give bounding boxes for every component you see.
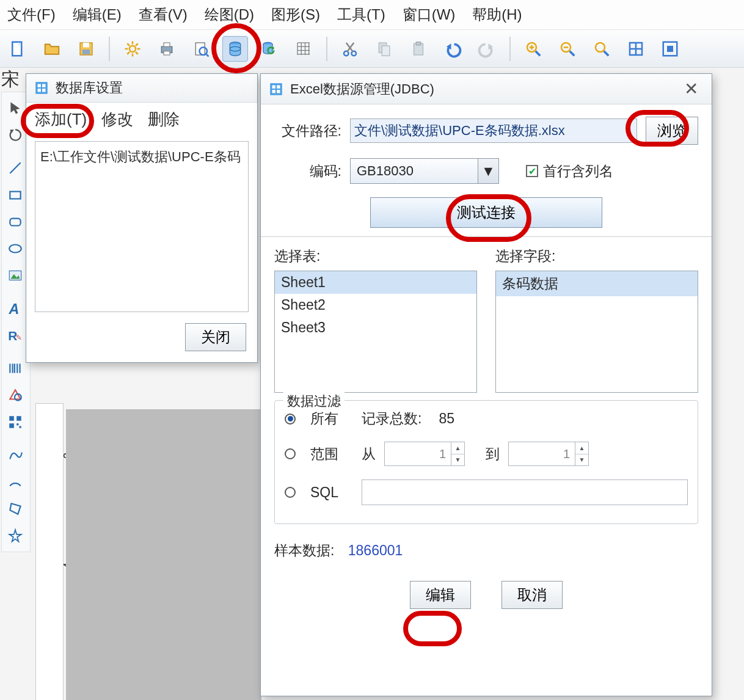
label-header-row: 首行含列名 (543, 162, 613, 181)
svg-rect-55 (667, 46, 673, 52)
shape-tool-icon[interactable] (3, 383, 27, 407)
browse-button[interactable]: 浏览 (646, 117, 698, 145)
list-item[interactable]: Sheet1 (275, 271, 476, 294)
list-item[interactable]: 条码数据 (496, 271, 698, 296)
richtext-tool-icon[interactable]: R✎ (3, 323, 27, 348)
group-title: 数据过滤 (283, 392, 345, 410)
redo-icon[interactable] (474, 36, 500, 62)
line-tool-icon[interactable] (3, 156, 27, 180)
svg-line-12 (127, 52, 129, 54)
new-file-icon[interactable] (5, 36, 31, 62)
svg-rect-3 (83, 43, 89, 48)
tables-list[interactable]: Sheet1 Sheet2 Sheet3 (274, 271, 477, 393)
svg-rect-86 (270, 83, 282, 95)
zoom-in-icon[interactable] (520, 36, 546, 62)
tab-add[interactable]: 添加(T) (35, 109, 87, 130)
close-button[interactable]: 关闭 (185, 323, 246, 351)
label-from: 从 (362, 445, 376, 464)
arc-tool-icon[interactable] (3, 470, 27, 494)
canvas-area[interactable] (66, 409, 261, 700)
cut-icon[interactable] (337, 36, 363, 62)
label-sql: SQL (310, 484, 353, 501)
tab-delete[interactable]: 删除 (148, 109, 180, 130)
radio-range[interactable] (285, 448, 296, 459)
vertical-ruler: 3 4 (35, 403, 64, 700)
label-range: 范围 (310, 445, 353, 464)
menu-shape[interactable]: 图形(S) (271, 5, 320, 24)
save-icon[interactable] (73, 36, 99, 62)
font-name-display[interactable]: 宋 (1, 67, 20, 92)
label-encoding: 编码: (274, 162, 341, 181)
menu-edit[interactable]: 编辑(E) (73, 5, 122, 24)
radio-all[interactable] (285, 414, 296, 425)
edit-button[interactable]: 编辑 (410, 581, 471, 609)
svg-rect-83 (42, 84, 45, 87)
grid-icon[interactable] (291, 36, 316, 62)
dialog-titlebar[interactable]: Excel数据源管理(JDBC) ✕ (261, 74, 712, 104)
header-row-checkbox[interactable]: ✔ (526, 165, 538, 177)
fit-selection-icon[interactable] (657, 36, 683, 62)
svg-line-13 (136, 43, 138, 46)
svg-rect-60 (10, 219, 20, 226)
rounded-rect-tool-icon[interactable] (3, 210, 27, 234)
list-item[interactable]: Sheet2 (275, 294, 476, 316)
dialog-title: Excel数据源管理(JDBC) (290, 80, 434, 98)
menu-view[interactable]: 查看(V) (139, 5, 188, 24)
paste-icon[interactable] (406, 36, 431, 62)
dialog-titlebar[interactable]: 数据库设置 (26, 74, 257, 103)
test-connection-button[interactable]: 测试连接 (370, 197, 602, 228)
svg-line-58 (10, 162, 20, 173)
star-tool-icon[interactable] (3, 523, 27, 548)
copy-icon[interactable] (371, 36, 397, 62)
dialog-title: 数据库设置 (56, 79, 123, 97)
print-icon[interactable] (154, 36, 180, 62)
to-spinner[interactable]: ▲▼ (508, 442, 589, 466)
datasource-list[interactable]: E:\工作文件\测试数据\UPC-E条码 (35, 141, 249, 312)
svg-marker-80 (9, 530, 21, 542)
from-spinner[interactable]: ▲▼ (384, 442, 465, 466)
curve-tool-icon[interactable] (3, 443, 27, 467)
open-folder-icon[interactable] (39, 36, 65, 62)
svg-rect-4 (82, 49, 90, 54)
barcode-tool-icon[interactable] (3, 356, 27, 381)
label-sample: 样本数据: (274, 542, 334, 558)
polygon-tool-icon[interactable] (3, 497, 27, 521)
select-tool-icon[interactable] (3, 96, 27, 120)
list-item[interactable]: Sheet3 (275, 316, 476, 339)
text-tool-icon[interactable]: A (3, 296, 27, 321)
close-icon[interactable]: ✕ (678, 79, 704, 99)
settings-gear-icon[interactable] (120, 36, 145, 62)
sql-input[interactable] (362, 479, 688, 505)
fit-screen-icon[interactable] (623, 36, 649, 62)
zoom-out-icon[interactable] (555, 36, 580, 62)
ellipse-tool-icon[interactable] (3, 236, 27, 261)
tab-modify[interactable]: 修改 (101, 109, 133, 130)
chevron-down-icon[interactable]: ▼ (478, 158, 499, 184)
database-refresh-icon[interactable] (257, 36, 282, 62)
menu-help[interactable]: 帮助(H) (472, 5, 522, 24)
cancel-button[interactable]: 取消 (501, 581, 563, 609)
rect-tool-icon[interactable] (3, 183, 27, 207)
menu-file[interactable]: 文件(F) (7, 5, 56, 24)
svg-rect-37 (382, 46, 390, 56)
zoom-tool-icon[interactable] (589, 36, 615, 62)
menu-draw[interactable]: 绘图(D) (205, 5, 254, 24)
qrcode-tool-icon[interactable] (3, 410, 27, 434)
encoding-combo[interactable]: GB18030 ▼ (350, 158, 499, 184)
svg-rect-74 (9, 416, 14, 421)
fields-list[interactable]: 条码数据 (495, 271, 698, 393)
svg-point-49 (596, 43, 605, 52)
menu-window[interactable]: 窗口(W) (403, 5, 456, 24)
print-preview-icon[interactable] (188, 36, 214, 62)
rotate-tool-icon[interactable] (3, 123, 27, 147)
undo-icon[interactable] (440, 36, 465, 62)
radio-sql[interactable] (285, 487, 296, 498)
database-icon[interactable] (222, 36, 248, 62)
svg-rect-81 (35, 82, 48, 94)
filepath-input[interactable] (350, 118, 637, 143)
svg-rect-15 (164, 43, 170, 46)
list-item[interactable]: E:\工作文件\测试数据\UPC-E条码 (40, 148, 243, 166)
menu-tools[interactable]: 工具(T) (337, 5, 385, 24)
image-tool-icon[interactable] (3, 263, 27, 288)
svg-rect-84 (38, 89, 41, 92)
